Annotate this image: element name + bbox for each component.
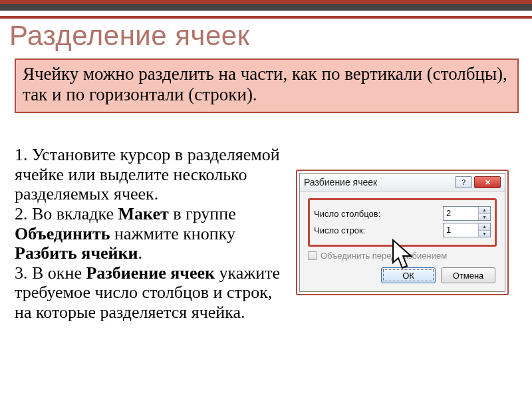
step-1: 1. Установите курсор в разделяемой ячейк… — [15, 145, 280, 203]
rows-label: Число строк: — [314, 225, 443, 235]
columns-spin-up[interactable]: ▲ — [479, 207, 490, 214]
columns-label: Число столбцов: — [314, 209, 443, 219]
columns-spinner[interactable]: 2 ▲ ▼ — [443, 206, 491, 221]
step-2-pre: 2. Во вкладке — [15, 204, 118, 223]
help-icon: ? — [462, 178, 466, 186]
dialog-title: Разбиение ячеек — [304, 177, 453, 188]
slide-title: Разделение ячеек — [9, 20, 250, 52]
step-2-tab: Макет — [118, 204, 169, 223]
step-3-win: Разбиение ячеек — [86, 263, 215, 283]
step-2-end: . — [138, 243, 143, 263]
instructions-text: 1. Установите курсор в разделяемой ячейк… — [15, 145, 281, 323]
step-3-pre: 3. В окне — [15, 263, 86, 283]
merge-label: Объединить перед разбиением — [321, 251, 447, 261]
split-cells-dialog: Разбиение ячеек ? ✕ Число столбцов: 2 ▲ … — [299, 173, 505, 292]
close-icon: ✕ — [485, 178, 491, 187]
columns-spin-down[interactable]: ▼ — [479, 214, 490, 221]
step-2-mid: в группе — [169, 204, 236, 223]
step-2-group: Объединить — [15, 224, 110, 243]
close-button[interactable]: ✕ — [474, 176, 501, 188]
merge-checkbox[interactable] — [308, 251, 317, 260]
rows-spin-down[interactable]: ▼ — [479, 231, 490, 237]
merge-before-split-row[interactable]: Объединить перед разбиением — [308, 251, 497, 261]
fields-highlight: Число столбцов: 2 ▲ ▼ Число строк: 1 — [308, 198, 497, 247]
help-button[interactable]: ? — [455, 176, 472, 188]
ok-button[interactable]: ОК — [381, 267, 436, 283]
step-2-btn: Разбить ячейки — [15, 243, 138, 263]
decorative-top-bars — [0, 0, 532, 19]
columns-value[interactable]: 2 — [444, 207, 478, 220]
dialog-highlight-frame: Разбиение ячеек ? ✕ Число столбцов: 2 ▲ … — [296, 170, 509, 295]
rows-spinner[interactable]: 1 ▲ ▼ — [443, 223, 491, 237]
intro-text: Ячейку можно разделить на части, как по … — [15, 59, 519, 113]
cancel-button[interactable]: Отмена — [441, 267, 495, 283]
dialog-titlebar: Разбиение ячеек ? ✕ — [300, 174, 505, 192]
step-2-mid2: нажмите кнопку — [110, 224, 235, 243]
rows-value[interactable]: 1 — [444, 223, 478, 237]
rows-spin-up[interactable]: ▲ — [479, 223, 490, 231]
